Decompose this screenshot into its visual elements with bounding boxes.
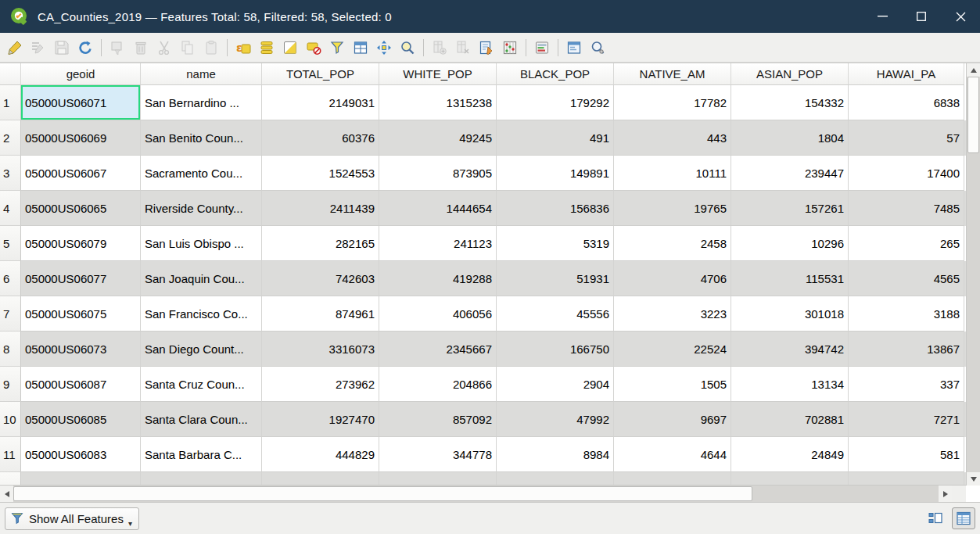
cell-geoid[interactable]: 05000US06083 <box>21 437 141 472</box>
cell-total_pop[interactable]: 60376 <box>262 120 379 156</box>
dock-table-icon[interactable] <box>531 37 553 59</box>
cell-native_am[interactable]: 17782 <box>614 85 731 120</box>
add-feature-icon[interactable] <box>106 37 128 59</box>
cell-total_pop[interactable]: 767423 <box>262 472 379 485</box>
cell-native_am[interactable]: 19765 <box>614 191 731 226</box>
cell-black_pop[interactable]: 47992 <box>497 402 614 437</box>
cut-icon[interactable] <box>153 37 175 59</box>
cell-name[interactable]: Santa Clara Coun... <box>141 402 262 437</box>
field-calculator-icon[interactable] <box>476 37 497 59</box>
paste-icon[interactable] <box>200 37 222 59</box>
row-number[interactable]: 12 <box>0 472 21 485</box>
cell-name[interactable]: San Diego Count... <box>141 332 262 367</box>
cell-name[interactable]: San Benito Coun... <box>141 120 262 156</box>
row-number[interactable]: 11 <box>0 437 21 472</box>
horizontal-scroll-thumb[interactable] <box>13 486 752 501</box>
conditional-formatting-icon[interactable] <box>499 37 521 59</box>
cell-white_pop[interactable]: 1444654 <box>379 191 497 226</box>
cell-native_am[interactable]: 443 <box>614 120 731 156</box>
cell-native_am[interactable]: 3223 <box>614 296 731 332</box>
cell-asian_pop[interactable]: 230154 <box>731 472 849 485</box>
cell-total_pop[interactable]: 273962 <box>262 367 379 402</box>
scroll-down-arrow-icon[interactable] <box>967 472 980 486</box>
cell-total_pop[interactable]: 3316073 <box>262 332 379 367</box>
vertical-scrollbar[interactable] <box>966 63 980 486</box>
cell-asian_pop[interactable]: 13134 <box>731 367 849 402</box>
cell-asian_pop[interactable]: 24849 <box>731 437 849 472</box>
cell-name[interactable]: San Francisco Co... <box>141 296 262 332</box>
deselect-all-icon[interactable] <box>303 37 325 59</box>
vertical-scroll-track[interactable] <box>967 153 980 472</box>
move-selection-top-icon[interactable] <box>350 37 372 59</box>
cell-hawai_pa[interactable]: 337 <box>849 367 964 402</box>
cell-white_pop[interactable]: 49245 <box>379 120 497 156</box>
cell-native_am[interactable]: 1505 <box>614 367 731 402</box>
vertical-scroll-thumb[interactable] <box>967 77 979 153</box>
cell-white_pop[interactable]: 390141 <box>379 472 497 485</box>
cell-name[interactable]: San Luis Obispo ... <box>141 226 262 261</box>
pan-to-selection-icon[interactable] <box>373 37 395 59</box>
search-settings-icon[interactable] <box>587 37 608 59</box>
row-number[interactable]: 5 <box>0 226 21 261</box>
cell-black_pop[interactable]: 2904 <box>497 367 614 402</box>
horizontal-scroll-track[interactable] <box>752 486 939 502</box>
cell-white_pop[interactable]: 406056 <box>379 296 497 332</box>
delete-features-icon[interactable] <box>130 37 152 59</box>
cell-total_pop[interactable]: 444829 <box>262 437 379 472</box>
cell-hawai_pa[interactable]: 3188 <box>849 296 964 332</box>
cell-asian_pop[interactable]: 394742 <box>731 332 849 367</box>
cell-black_pop[interactable]: 491 <box>497 120 614 156</box>
column-header-black_pop[interactable]: BLACK_POP <box>497 63 614 85</box>
toggle-editing-icon[interactable] <box>4 37 26 59</box>
cell-white_pop[interactable]: 1315238 <box>379 85 497 120</box>
cell-total_pop[interactable]: 1927470 <box>262 402 379 437</box>
minimize-button[interactable] <box>863 0 902 33</box>
filter-select-icon[interactable] <box>326 37 348 59</box>
cell-name[interactable]: Riverside County... <box>141 191 262 226</box>
cell-asian_pop[interactable]: 154332 <box>731 85 849 120</box>
invert-selection-icon[interactable] <box>279 37 301 59</box>
cell-white_pop[interactable]: 419288 <box>379 261 497 296</box>
column-header-name[interactable]: name <box>141 63 262 85</box>
cell-white_pop[interactable]: 344778 <box>379 437 497 472</box>
save-edits-icon[interactable] <box>51 37 73 59</box>
cell-black_pop[interactable]: 5319 <box>497 226 614 261</box>
cell-hawai_pa[interactable]: 57 <box>849 120 964 156</box>
row-number[interactable]: 6 <box>0 261 21 296</box>
cell-hawai_pa[interactable]: 17400 <box>849 156 964 191</box>
cell-hawai_pa[interactable]: 4565 <box>849 261 964 296</box>
cell-asian_pop[interactable]: 239447 <box>731 156 849 191</box>
column-header-asian_pop[interactable]: ASIAN_POP <box>731 63 849 85</box>
cell-hawai_pa[interactable]: 13867 <box>849 332 964 367</box>
cell-white_pop[interactable]: 857092 <box>379 402 497 437</box>
cell-name[interactable]: Santa Cruz Coun... <box>141 367 262 402</box>
form-view-toggle-button[interactable] <box>924 507 947 529</box>
cell-black_pop[interactable]: 149891 <box>497 156 614 191</box>
cell-black_pop[interactable]: 179292 <box>497 85 614 120</box>
copy-icon[interactable] <box>177 37 199 59</box>
cell-geoid[interactable]: 05000US06065 <box>21 191 141 226</box>
row-number[interactable]: 2 <box>0 120 21 156</box>
scroll-up-arrow-icon[interactable] <box>967 63 980 77</box>
cell-hawai_pa[interactable]: 7485 <box>849 191 964 226</box>
cell-black_pop[interactable]: 45556 <box>497 296 614 332</box>
row-number[interactable]: 10 <box>0 402 21 437</box>
cell-hawai_pa[interactable]: 581 <box>849 437 964 472</box>
cell-black_pop[interactable]: 8984 <box>497 437 614 472</box>
row-number[interactable]: 8 <box>0 332 21 367</box>
cell-native_am[interactable]: 2458 <box>614 226 731 261</box>
row-number[interactable]: 7 <box>0 296 21 332</box>
cell-total_pop[interactable]: 2411439 <box>262 191 379 226</box>
cell-name[interactable]: Santa Barbara C... <box>141 437 262 472</box>
table-corner-stub[interactable] <box>0 63 21 85</box>
column-header-native_am[interactable]: NATIVE_AM <box>614 63 731 85</box>
cell-geoid[interactable]: 05000US06067 <box>21 156 141 191</box>
cell-geoid[interactable]: 05000US06077 <box>21 261 141 296</box>
cell-hawai_pa[interactable]: 6838 <box>849 85 964 120</box>
new-field-icon[interactable] <box>429 37 451 59</box>
cell-name[interactable]: San Bernardino ... <box>141 85 262 120</box>
cell-white_pop[interactable]: 204866 <box>379 367 497 402</box>
cell-native_am[interactable]: 3083 <box>614 472 731 485</box>
cell-native_am[interactable]: 4706 <box>614 261 731 296</box>
cell-white_pop[interactable]: 873905 <box>379 156 497 191</box>
